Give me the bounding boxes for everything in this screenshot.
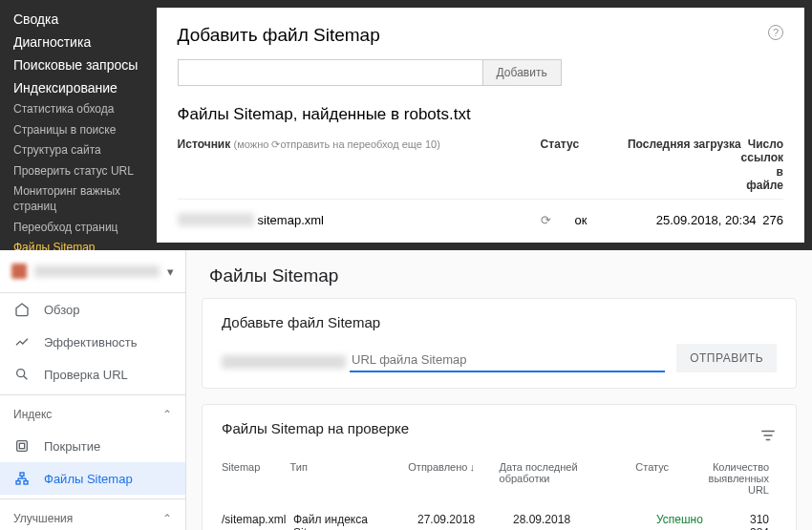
row-status: Успешно (656, 513, 733, 530)
sidebar-sub-pages-search[interactable]: Страницы в поиске (0, 120, 157, 141)
nav-performance-label: Эффективность (44, 335, 138, 350)
nav-overview[interactable]: Обзор (0, 293, 185, 326)
coverage-icon (13, 438, 31, 454)
row-type: Файл индекса Sitemap (293, 513, 417, 530)
sidebar-item-diagnostics[interactable]: Диагностика (0, 31, 157, 53)
nav-inspect-url[interactable]: Проверка URL (0, 358, 185, 391)
divider (0, 498, 185, 499)
col-sent[interactable]: Отправлено↓ (408, 461, 499, 496)
sitemap-list-title: Файлы Sitemap на проверке (222, 420, 409, 436)
source-hint-link[interactable]: отправить на переобход еще 10) (280, 138, 439, 150)
row-linkcount: 276 (757, 213, 783, 227)
nav-overview-label: Обзор (44, 303, 80, 317)
redacted-site-name (34, 265, 160, 277)
nav-performance[interactable]: Эффективность (0, 326, 185, 358)
gsc-sidebar: ▾ Обзор Эффективность Проверка URL Индек… (0, 250, 186, 530)
row-lastload: 25.09.2018, 20:34 (632, 213, 757, 227)
chevron-up-icon: ⌃ (162, 512, 172, 525)
gsc-main-panel: Файлы Sitemap Добавьте файл Sitemap ОТПР… (186, 250, 812, 530)
nav-section-index-label: Индекс (13, 408, 52, 421)
sitemap-url-field[interactable] (350, 349, 665, 372)
col-sitemap[interactable]: Sitemap (222, 461, 290, 496)
sidebar-item-indexing[interactable]: Индексирование (0, 76, 157, 99)
yandex-sidebar: Сводка Диагностика Поисковые запросы Инд… (0, 0, 157, 250)
nav-section-enhance[interactable]: Улучшения ⌃ (0, 503, 185, 530)
home-icon (13, 302, 31, 317)
sort-desc-icon: ↓ (469, 461, 475, 473)
svg-rect-2 (17, 441, 28, 452)
add-sitemap-card: Добавьте файл Sitemap ОТПРАВИТЬ (202, 298, 797, 389)
chart-icon (13, 334, 31, 350)
add-button[interactable]: Добавить (483, 59, 562, 86)
site-favicon (11, 264, 27, 279)
sitemap-icon (13, 471, 31, 486)
divider (0, 394, 185, 395)
nav-inspect-label: Проверка URL (44, 368, 128, 382)
site-selector[interactable]: ▾ (0, 250, 185, 293)
nav-section-index[interactable]: Индекс ⌃ (0, 399, 185, 430)
svg-rect-5 (16, 481, 20, 484)
sitemap-filename: sitemap.xml (258, 213, 324, 227)
svg-rect-6 (24, 481, 28, 484)
page-title: Файлы Sitemap (186, 250, 812, 298)
robots-sitemap-title: Файлы Sitemap, найденные в robots.txt (178, 105, 783, 124)
col-status[interactable]: Статус (635, 461, 708, 496)
col-url-count[interactable]: Количество выявленных URL (709, 461, 777, 496)
submit-button[interactable]: ОТПРАВИТЬ (676, 344, 777, 372)
nav-coverage[interactable]: Покрытие (0, 430, 185, 462)
col-type[interactable]: Тип (290, 461, 409, 496)
source-hint-prefix: (можно (234, 138, 272, 150)
redacted-domain-prefix (222, 355, 346, 369)
col-lastload-label: Последняя загрузка (617, 138, 741, 193)
sitemap-url-input[interactable] (178, 59, 483, 86)
row-sent: 27.09.2018 (417, 513, 513, 530)
svg-line-1 (24, 376, 28, 380)
svg-point-0 (17, 370, 25, 377)
add-sitemap-card-title: Добавьте файл Sitemap (222, 314, 777, 330)
sidebar-sub-crawl-stats[interactable]: Статистика обхода (0, 99, 157, 120)
row-processed: 28.09.2018 (513, 513, 656, 530)
svg-rect-4 (20, 473, 24, 476)
row-status: ок (575, 213, 632, 227)
chevron-up-icon: ⌃ (162, 408, 172, 421)
col-linkcount-label: Число ссылок в файле (741, 138, 783, 193)
col-source-label: Источник (178, 138, 231, 151)
col-processed[interactable]: Дата последней обработки (500, 461, 636, 496)
row-count: 310 384 (733, 513, 777, 530)
nav-section-enhance-label: Улучшения (13, 512, 73, 525)
nav-sitemaps[interactable]: Файлы Sitemap (0, 462, 185, 495)
table-row[interactable]: sitemap.xml ⟳ ок 25.09.2018, 20:34 276 (178, 200, 783, 241)
yandex-main-panel: ? Добавить файл Sitemap Добавить Файлы S… (157, 8, 804, 243)
sidebar-item-summary[interactable]: Сводка (0, 8, 157, 31)
table-row[interactable]: /sitemap.xml Файл индекса Sitemap 27.09.… (222, 503, 777, 530)
redacted-domain (178, 213, 254, 226)
sidebar-sub-monitoring[interactable]: Мониторинг важных страниц (0, 181, 157, 217)
search-icon (13, 367, 31, 382)
sidebar-sub-check-url[interactable]: Проверить статус URL (0, 161, 157, 182)
sitemap-list-card: Файлы Sitemap на проверке Sitemap Тип От… (202, 404, 797, 530)
col-status-label: Статус (541, 138, 617, 193)
svg-rect-3 (19, 443, 24, 448)
row-sitemap: /sitemap.xml (222, 513, 293, 530)
sidebar-sub-structure[interactable]: Структура сайта (0, 140, 157, 161)
nav-coverage-label: Покрытие (44, 439, 100, 454)
help-icon[interactable]: ? (768, 25, 783, 40)
sidebar-sub-recrawl[interactable]: Переобход страниц (0, 218, 157, 239)
refresh-row-icon[interactable]: ⟳ (541, 213, 556, 227)
filter-icon[interactable] (759, 427, 777, 444)
add-sitemap-title: Добавить файл Sitemap (178, 25, 783, 46)
yandex-table-header: Источник (можно ⟳ отправить на переобход… (178, 138, 783, 200)
chevron-down-icon: ▾ (167, 265, 174, 279)
sidebar-item-queries[interactable]: Поисковые запросы (0, 53, 157, 76)
nav-sitemaps-label: Файлы Sitemap (44, 472, 133, 486)
gsc-table-header: Sitemap Тип Отправлено↓ Дата последней о… (222, 450, 777, 503)
